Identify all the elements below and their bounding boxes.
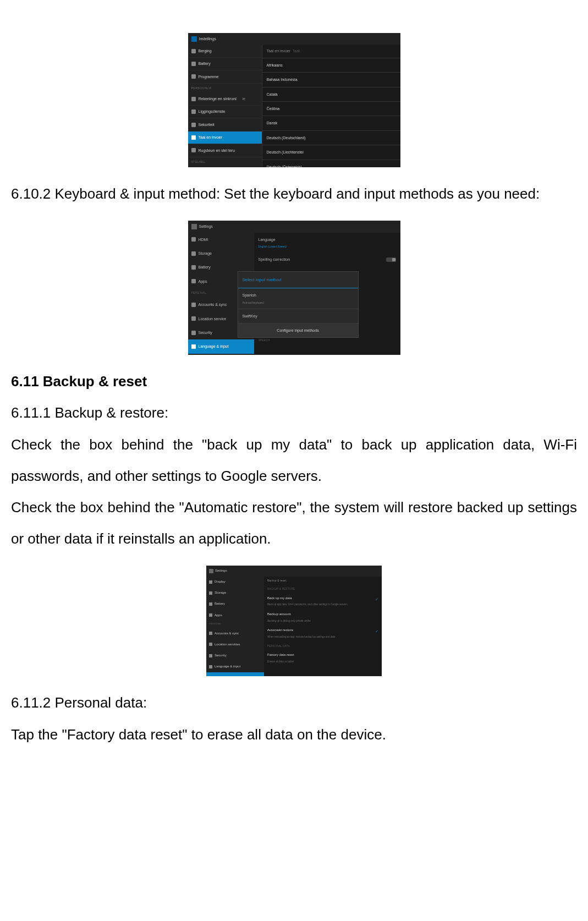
- sidebar-item-battery[interactable]: Battery: [206, 599, 264, 610]
- sidebar-item-battery[interactable]: Battery: [188, 58, 262, 70]
- dialog-option-spanish[interactable]: Spanish Android keyboard: [238, 288, 358, 309]
- lang-option[interactable]: Deutsch (Liechtenstei: [262, 145, 400, 160]
- input-method-dialog: Select input method Spanish Android keyb…: [238, 271, 359, 338]
- factory-reset-row[interactable]: Factory data resetErases all data on tab…: [264, 650, 382, 666]
- display-icon: [209, 580, 212, 584]
- spelling-toggle[interactable]: [386, 257, 396, 262]
- sidebar-section-personal: PERSOONLIK: [188, 84, 262, 93]
- apps-icon: [191, 279, 196, 283]
- lock-icon: [209, 654, 212, 657]
- sync-icon: [209, 632, 212, 635]
- location-icon: [191, 109, 196, 114]
- battery-icon: [191, 265, 196, 270]
- location-icon: [209, 643, 212, 646]
- apps-icon: [209, 613, 212, 617]
- configure-input-button[interactable]: Configure input methods: [238, 324, 358, 337]
- sidebar-item-language[interactable]: Language & input: [206, 661, 264, 672]
- content-pane: Backup & reset BACKUP & RESTORE Back up …: [264, 577, 382, 677]
- lang-option[interactable]: Deutsch (Österreich): [262, 160, 400, 167]
- settings-icon: [191, 224, 197, 229]
- sidebar-item-location[interactable]: Location services: [206, 639, 264, 650]
- sidebar-section-system: STELSEL: [188, 157, 262, 167]
- window-title: Instellings: [199, 35, 216, 43]
- sidebar-item-security[interactable]: Security: [206, 650, 264, 661]
- sidebar: Berging Battery Programme PERSOONLIK Rek…: [188, 45, 262, 167]
- language-row[interactable]: LanguageEnglish (United States): [254, 233, 400, 253]
- sidebar: Display Storage Battery Apps PERSONAL Ac…: [206, 577, 264, 677]
- apps-icon: [191, 74, 196, 79]
- sidebar-item-accounts[interactable]: Accounts & sync: [206, 628, 264, 639]
- lang-option[interactable]: Čeština: [262, 102, 400, 116]
- language-icon: [209, 665, 212, 668]
- lang-option[interactable]: Bahasa Indonesia: [262, 73, 400, 87]
- sync-icon: [191, 303, 196, 307]
- settings-icon: [191, 36, 197, 42]
- window-title-bar: Settings: [188, 221, 400, 232]
- screenshot-input-method: Settings HDMI Storage Battery Apps PERSO…: [188, 221, 400, 355]
- doc-para-6-11-2: 6.11.2 Personal data:: [11, 687, 577, 719]
- automatic-restore-row[interactable]: Automatic restoreWhen reinstalling an ap…: [264, 626, 382, 642]
- language-icon: [191, 344, 196, 349]
- sidebar-item-language-active[interactable]: Language & input: [188, 339, 254, 353]
- backup-my-data-row[interactable]: Back up my dataBack up app data, Wi-Fi p…: [264, 594, 382, 610]
- sidebar-item-language-active[interactable]: Taal en invoer: [188, 131, 262, 144]
- sidebar-item-location[interactable]: Liggingsdienste: [188, 106, 262, 118]
- sidebar-item-storage[interactable]: Storage: [206, 588, 264, 599]
- location-icon: [191, 316, 196, 321]
- lang-option[interactable]: Dansk: [262, 116, 400, 130]
- lang-option[interactable]: Deutsch (Deutschland): [262, 131, 400, 145]
- sidebar-item-backup-active[interactable]: Backup & reset: [206, 672, 264, 677]
- sidebar-item-apps[interactable]: Apps: [206, 610, 264, 621]
- sidebar-item-backup[interactable]: Backup & reset: [188, 354, 254, 355]
- battery-icon: [191, 62, 196, 66]
- battery-icon: [209, 602, 212, 606]
- check-icon[interactable]: ✓: [375, 595, 378, 604]
- sidebar-item-accounts[interactable]: Rekeninge en sinkroniie: [188, 93, 262, 106]
- content-pane: Taal en invoer Taal Afrikaans Bahasa Ind…: [262, 45, 400, 167]
- lock-icon: [191, 123, 196, 127]
- sidebar-item-storage[interactable]: Storage: [188, 246, 254, 260]
- sidebar-item-security[interactable]: Sekuriteit: [188, 118, 262, 131]
- window-title-bar: Instellings: [188, 33, 400, 45]
- screenshot-backup-reset: Settings Display Storage Battery Apps PE…: [206, 566, 382, 676]
- breadcrumb: Backup & reset: [264, 577, 382, 585]
- storage-icon: [191, 251, 196, 256]
- doc-para-factory-reset: Tap the "Factory data reset" to erase al…: [11, 719, 577, 750]
- language-icon: [191, 135, 196, 140]
- sidebar-section-personal: PERSONAL: [206, 621, 264, 628]
- settings-icon: [209, 569, 213, 573]
- dialog-title: Select input method: [238, 272, 358, 289]
- hdmi-icon: [191, 237, 196, 242]
- lang-option[interactable]: Afrikaans: [262, 58, 400, 73]
- sidebar-item-datetime[interactable]: Datum en tyd: [188, 167, 262, 167]
- section-backup-restore: BACKUP & RESTORE: [264, 585, 382, 594]
- doc-para-6-11-1: 6.11.1 Backup & restore:: [11, 397, 577, 429]
- doc-para-backup: Check the box behind the "back up my dat…: [11, 429, 577, 492]
- pane-header: Taal en invoer Taal: [262, 45, 400, 58]
- sync-icon: [191, 97, 196, 101]
- window-title-bar: Settings: [206, 566, 382, 576]
- doc-para-6-10-2: 6.10.2 Keyboard & input method: Set the …: [11, 178, 577, 210]
- section-personal-data: PERSONAL DATA: [264, 642, 382, 651]
- backup-icon: [191, 148, 196, 152]
- doc-para-restore: Check the box behind the "Automatic rest…: [11, 492, 577, 555]
- sidebar-item-backup[interactable]: Rugsteun en stel teru: [188, 144, 262, 157]
- window-title: Settings: [199, 222, 213, 231]
- heading-6-11: 6.11 Backup & reset: [11, 366, 577, 397]
- backup-account-row[interactable]: Backup accountBacking up to debug-only p…: [264, 610, 382, 626]
- storage-icon: [209, 591, 212, 595]
- storage-icon: [191, 49, 196, 53]
- spelling-row[interactable]: Spelling correction: [254, 253, 400, 266]
- check-icon[interactable]: ✓: [375, 627, 378, 635]
- lang-option[interactable]: Català: [262, 87, 400, 102]
- dialog-option-swiftkey[interactable]: SwiftKey: [238, 309, 358, 324]
- sidebar-item-display[interactable]: Display: [206, 577, 264, 588]
- window-title: Settings: [215, 567, 227, 574]
- sidebar-item-hdmi[interactable]: HDMI: [188, 233, 254, 246]
- sidebar-item-storage[interactable]: Berging: [188, 45, 262, 57]
- sidebar-item-apps[interactable]: Programme: [188, 70, 262, 83]
- lock-icon: [191, 331, 196, 335]
- screenshot-language-settings: Instellings Berging Battery Programme PE…: [188, 33, 400, 167]
